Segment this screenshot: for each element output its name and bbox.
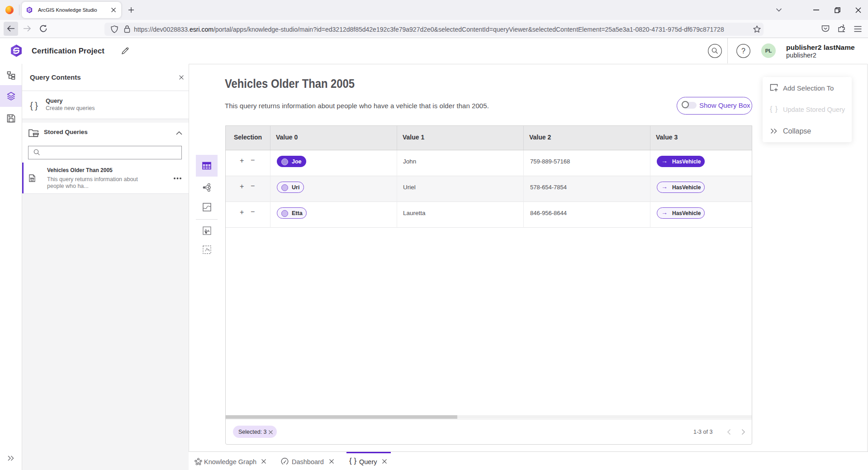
svg-text:?: ? <box>741 47 745 55</box>
